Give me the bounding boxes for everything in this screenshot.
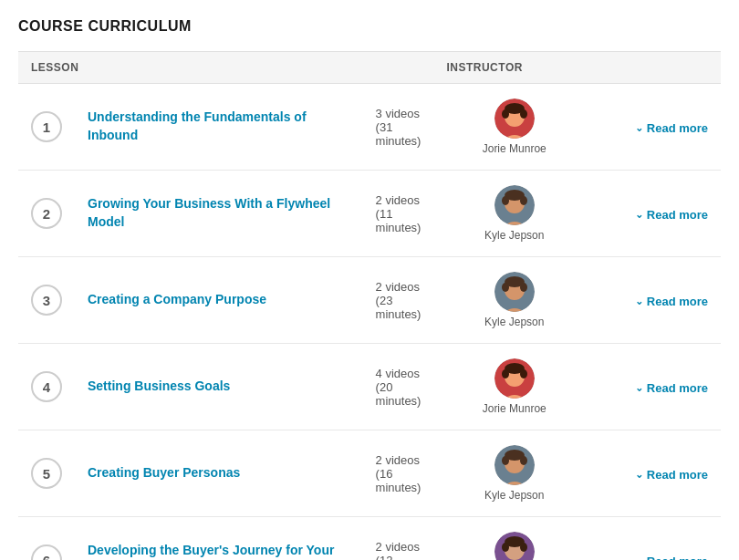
lesson-meta-cell: 2 videos (12 minutes) xyxy=(363,517,434,561)
svg-point-29 xyxy=(520,456,527,465)
chevron-down-icon: ⌄ xyxy=(635,555,643,561)
page-container: COURSE CURRICULUM LESSON INSTRUCTOR 1 Un… xyxy=(0,0,739,560)
lesson-meta: 2 videos (23 minutes) xyxy=(376,280,422,321)
instructor-cell: Kyle Jepson xyxy=(433,257,595,344)
svg-point-22 xyxy=(502,369,509,379)
table-row: 2 Growing Your Business With a Flywheel … xyxy=(18,171,721,257)
lesson-title: Understanding the Fundamentals of Inboun… xyxy=(88,109,350,144)
lesson-meta-cell: 2 videos (23 minutes) xyxy=(363,257,434,344)
lesson-title-cell: Creating Buyer Personas xyxy=(75,430,363,517)
instructor-cell: Kyle Jepson xyxy=(433,430,595,517)
instructor-name: Jorie Munroe xyxy=(446,142,582,155)
read-more-label: Read more xyxy=(647,295,708,308)
instructor-name: Kyle Jepson xyxy=(446,489,582,502)
read-more-button[interactable]: ⌄ Read more xyxy=(635,121,708,135)
lesson-meta-cell: 2 videos (16 minutes) xyxy=(363,430,434,517)
read-more-cell: ⌄ Read more xyxy=(595,171,721,257)
lesson-meta-cell: 2 videos (11 minutes) xyxy=(363,171,434,257)
lesson-number-cell: 2 xyxy=(18,171,75,257)
read-more-cell: ⌄ Read more xyxy=(595,257,721,344)
lesson-number: 2 xyxy=(31,198,62,229)
instructor-avatar xyxy=(494,272,535,312)
instructor-avatar xyxy=(494,185,535,225)
chevron-down-icon: ⌄ xyxy=(635,296,643,307)
svg-point-4 xyxy=(502,109,509,119)
lesson-meta: 2 videos (16 minutes) xyxy=(376,453,422,494)
chevron-down-icon: ⌄ xyxy=(635,382,643,394)
lesson-number-cell: 6 xyxy=(18,517,75,561)
table-row: 4 Setting Business Goals 4 videos (20 mi… xyxy=(18,344,721,430)
read-more-cell: ⌄ Read more xyxy=(595,84,721,171)
svg-point-23 xyxy=(520,369,527,379)
header-meta xyxy=(363,52,434,84)
lesson-number: 1 xyxy=(31,111,62,142)
instructor-cell: Courtney Sembler xyxy=(433,517,595,561)
lesson-title: Setting Business Goals xyxy=(88,378,350,396)
instructor-avatar xyxy=(494,358,535,399)
header-lesson: LESSON xyxy=(18,52,363,84)
svg-point-10 xyxy=(502,196,509,205)
lesson-title-cell: Developing the Buyer's Journey for Your … xyxy=(75,517,363,561)
read-more-label: Read more xyxy=(647,381,708,395)
section-title: COURSE CURRICULUM xyxy=(18,18,721,35)
curriculum-table: LESSON INSTRUCTOR 1 Understanding the Fu… xyxy=(18,51,721,560)
read-more-label: Read more xyxy=(647,208,708,222)
instructor-name: Jorie Munroe xyxy=(446,402,582,415)
lesson-title-cell: Growing Your Business With a Flywheel Mo… xyxy=(75,171,363,257)
lesson-title: Growing Your Business With a Flywheel Mo… xyxy=(88,195,350,231)
svg-point-28 xyxy=(502,456,509,465)
lesson-title-cell: Understanding the Fundamentals of Inboun… xyxy=(75,84,363,171)
read-more-button[interactable]: ⌄ Read more xyxy=(635,468,708,482)
lesson-meta: 4 videos (20 minutes) xyxy=(376,367,422,408)
lesson-number: 3 xyxy=(31,285,62,316)
read-more-label: Read more xyxy=(647,555,708,561)
lesson-title: Creating Buyer Personas xyxy=(88,464,350,482)
lesson-number-cell: 4 xyxy=(18,344,75,430)
lesson-title-cell: Creating a Company Purpose xyxy=(75,257,363,344)
lesson-number-cell: 1 xyxy=(18,84,75,171)
table-row: 6 Developing the Buyer's Journey for You… xyxy=(18,517,721,561)
read-more-cell: ⌄ Read more xyxy=(595,344,721,430)
read-more-button[interactable]: ⌄ Read more xyxy=(635,295,708,308)
lesson-title: Developing the Buyer's Journey for Your … xyxy=(88,542,350,560)
header-instructor: INSTRUCTOR xyxy=(433,52,595,84)
read-more-label: Read more xyxy=(647,121,708,135)
read-more-button[interactable]: ⌄ Read more xyxy=(635,555,708,561)
read-more-cell: ⌄ Read more xyxy=(595,430,721,517)
instructor-cell: Jorie Munroe xyxy=(433,344,595,430)
instructor-name: Kyle Jepson xyxy=(446,316,582,328)
svg-point-35 xyxy=(520,543,527,552)
chevron-down-icon: ⌄ xyxy=(635,469,643,481)
table-header-row: LESSON INSTRUCTOR xyxy=(18,52,721,84)
svg-point-11 xyxy=(520,196,527,205)
svg-point-16 xyxy=(502,283,509,292)
read-more-button[interactable]: ⌄ Read more xyxy=(635,208,708,222)
header-action xyxy=(595,52,721,84)
read-more-button[interactable]: ⌄ Read more xyxy=(635,381,708,395)
lesson-meta-cell: 3 videos (31 minutes) xyxy=(363,84,434,171)
lesson-number: 5 xyxy=(31,458,62,489)
svg-point-5 xyxy=(520,109,527,119)
svg-point-17 xyxy=(520,283,527,292)
lesson-number-cell: 5 xyxy=(18,430,75,517)
lesson-title-cell: Setting Business Goals xyxy=(75,344,363,430)
lesson-number: 6 xyxy=(31,544,62,560)
lesson-number: 4 xyxy=(31,371,62,402)
instructor-avatar xyxy=(494,445,535,485)
chevron-down-icon: ⌄ xyxy=(635,209,643,221)
instructor-name: Kyle Jepson xyxy=(446,229,582,242)
instructor-avatar xyxy=(494,532,535,560)
instructor-cell: Kyle Jepson xyxy=(433,171,595,257)
lesson-meta-cell: 4 videos (20 minutes) xyxy=(363,344,434,430)
lesson-title: Creating a Company Purpose xyxy=(88,291,350,309)
lesson-meta: 2 videos (12 minutes) xyxy=(376,540,422,561)
svg-point-34 xyxy=(502,543,509,552)
lesson-number-cell: 3 xyxy=(18,257,75,344)
read-more-label: Read more xyxy=(647,468,708,482)
chevron-down-icon: ⌄ xyxy=(635,122,643,134)
table-row: 5 Creating Buyer Personas 2 videos (16 m… xyxy=(18,430,721,517)
instructor-avatar xyxy=(494,99,535,139)
read-more-cell: ⌄ Read more xyxy=(595,517,721,561)
lesson-meta: 2 videos (11 minutes) xyxy=(376,193,422,234)
table-row: 3 Creating a Company Purpose 2 videos (2… xyxy=(18,257,721,344)
